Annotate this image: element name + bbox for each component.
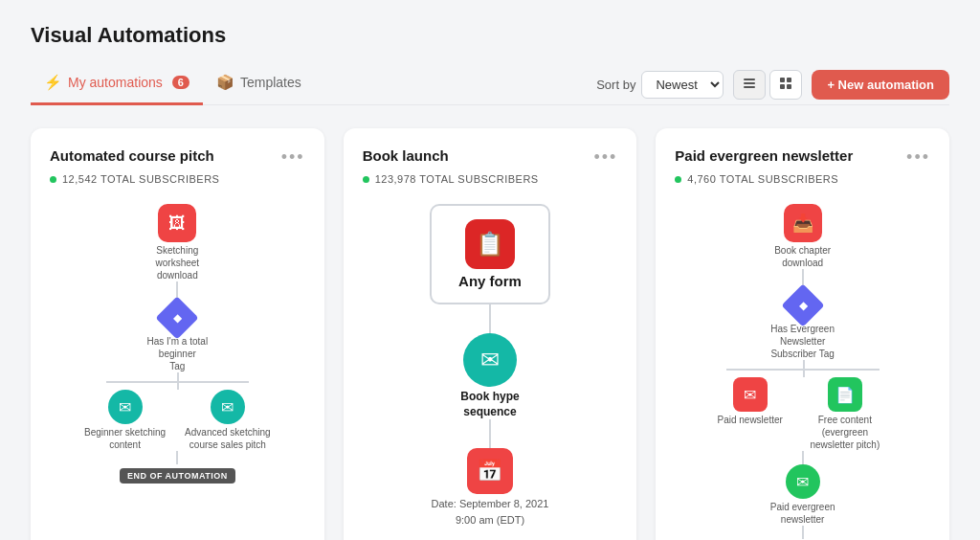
flow-diagram-1: 🖼 Sketching worksheetdownload ◆ Has I'm … — [50, 196, 305, 491]
advanced-label: Advanced sketchingcourse sales pitch — [185, 426, 271, 451]
card-header-3: Paid evergreen newsletter ••• — [675, 147, 930, 168]
diamond-inner-icon: ◆ — [173, 311, 182, 325]
free-content-icon: 📄 — [828, 377, 862, 412]
subscriber-count-2: 123,978 TOTAL SUBSCRIBERS — [375, 173, 539, 185]
view-toggle — [733, 70, 802, 100]
beginner-label: Beginner sketchingcontent — [84, 426, 166, 451]
cards-grid: Automated course pitch ••• 12,542 TOTAL … — [31, 128, 949, 540]
tag-diamond-label: Has I'm a total beginnerTag — [134, 335, 220, 372]
tab-my-automations-label: My automations — [68, 75, 163, 90]
svg-rect-1 — [744, 82, 755, 84]
book-chapter-icon: 📥 — [784, 204, 822, 242]
box-icon: 📦 — [216, 74, 234, 91]
node-paid-evergreen: ✉ Paid evergreen newsletter — [760, 464, 846, 526]
sort-label: Sort by — [596, 78, 635, 92]
form-icon: 📋 — [465, 219, 515, 269]
date-label: Date: September 8, 20219:00 am (EDT) — [432, 496, 549, 528]
card-header-1: Automated course pitch ••• — [50, 147, 305, 168]
nav-tabs: ⚡ My automations 6 📦 Templates — [31, 65, 315, 104]
list-view-icon — [742, 76, 757, 91]
svg-rect-4 — [787, 78, 791, 82]
node-tag-diamond: ◆ Has I'm a total beginnerTag — [134, 303, 220, 372]
tab-templates-label: Templates — [240, 75, 301, 90]
grid-view-icon — [778, 76, 793, 91]
page-title: Visual Automations — [31, 23, 949, 48]
card-subtitle-2: 123,978 TOTAL SUBSCRIBERS — [363, 173, 618, 185]
new-automation-button[interactable]: + New automation — [812, 70, 949, 100]
tab-my-automations[interactable]: ⚡ My automations 6 — [31, 66, 203, 105]
flow-diagram-2: 📋 Any form ✉ Book hype sequence 📅 Date: … — [363, 196, 618, 535]
card-header-2: Book launch ••• — [363, 147, 618, 168]
branch-beginner: ✉ Beginner sketchingcontent — [84, 390, 166, 451]
advanced-icon: ✉ — [211, 390, 245, 424]
connector-3b — [802, 451, 804, 464]
automations-badge: 6 — [172, 76, 189, 89]
branch-horizontal-3 — [726, 369, 880, 371]
branch-row-3: ✉ Paid newsletter 📄 Free content (evergr… — [717, 377, 887, 451]
branch-connector — [50, 372, 305, 390]
card-book-launch: Book launch ••• 123,978 TOTAL SUBSCRIBER… — [344, 128, 637, 540]
svg-rect-5 — [780, 84, 785, 89]
svg-rect-3 — [780, 78, 785, 82]
connector-2a — [489, 304, 491, 333]
tab-templates[interactable]: 📦 Templates — [203, 66, 315, 105]
branch-horizontal — [106, 381, 249, 383]
date-icon: 📅 — [467, 448, 513, 494]
card-subtitle-1: 12,542 TOTAL SUBSCRIBERS — [50, 173, 305, 185]
card-title-1: Automated course pitch — [50, 147, 214, 164]
sort-select[interactable]: Newest Oldest Name — [641, 71, 724, 99]
toolbar-right: Sort by Newest Oldest Name — [596, 70, 949, 100]
worksheet-icon: 🖼 — [158, 204, 196, 242]
svg-rect-0 — [744, 79, 755, 80]
node-date: 📅 Date: September 8, 20219:00 am (EDT) — [432, 448, 549, 528]
node-book-chapter: 📥 Book chapter download — [760, 204, 846, 269]
card-title-2: Book launch — [363, 147, 449, 164]
book-chapter-label: Book chapter download — [760, 244, 846, 269]
node-book-hype: ✉ Book hype sequence — [433, 333, 547, 419]
diamond-shape: ◆ — [156, 296, 199, 339]
paid-evergreen-icon: ✉ — [786, 464, 820, 499]
book-hype-icon: ✉ — [463, 333, 517, 387]
svg-rect-6 — [787, 84, 791, 89]
card-title-3: Paid evergreen newsletter — [675, 147, 853, 164]
branch-paid: ✉ Paid newsletter — [717, 377, 782, 426]
card-menu-2[interactable]: ••• — [593, 147, 617, 168]
top-navigation: ⚡ My automations 6 📦 Templates Sort by N… — [31, 65, 949, 105]
connector-3c — [802, 526, 804, 539]
status-dot-3 — [675, 176, 681, 183]
free-content-label: Free content (evergreennewsletter pitch) — [802, 414, 888, 451]
svg-rect-2 — [744, 86, 755, 88]
branch-connector-3 — [675, 360, 930, 377]
card-automated-course-pitch: Automated course pitch ••• 12,542 TOTAL … — [31, 128, 324, 540]
branch-advanced: ✉ Advanced sketchingcourse sales pitch — [185, 390, 271, 451]
branch-free: 📄 Free content (evergreennewsletter pitc… — [802, 377, 888, 451]
connector-1b — [176, 451, 178, 464]
subscriber-count-3: 4,760 TOTAL SUBSCRIBERS — [687, 173, 838, 185]
status-dot-1 — [50, 176, 56, 183]
branch-row-1: ✉ Beginner sketchingcontent ✉ Advanced s… — [84, 390, 271, 451]
flow-diagram-3: 📥 Book chapter download ◆ Has Evergreen … — [675, 196, 930, 540]
node-any-form: 📋 Any form — [430, 204, 550, 304]
card-menu-1[interactable]: ••• — [281, 147, 305, 168]
grid-view-button[interactable] — [769, 70, 802, 100]
evergreen-diamond-shape: ◆ — [781, 283, 824, 326]
card-menu-3[interactable]: ••• — [906, 147, 930, 168]
paid-evergreen-label: Paid evergreen newsletter — [760, 501, 846, 526]
card-paid-newsletter: Paid evergreen newsletter ••• 4,760 TOTA… — [656, 128, 949, 540]
card-subtitle-3: 4,760 TOTAL SUBSCRIBERS — [675, 173, 930, 185]
list-view-button[interactable] — [733, 70, 766, 100]
node-evergreen-diamond: ◆ Has Evergreen NewsletterSubscriber Tag — [760, 290, 846, 360]
status-dot-2 — [363, 176, 369, 183]
connector-2b — [489, 419, 491, 448]
worksheet-label: Sketching worksheetdownload — [134, 244, 220, 281]
paid-newsletter-label: Paid newsletter — [717, 414, 782, 426]
book-hype-label: Book hype sequence — [433, 390, 547, 419]
any-form-label: Any form — [458, 273, 522, 289]
evergreen-diamond-icon: ◆ — [788, 290, 818, 321]
node-worksheet: 🖼 Sketching worksheetdownload — [134, 204, 220, 281]
lightning-icon: ⚡ — [44, 74, 62, 91]
paid-newsletter-icon: ✉ — [733, 377, 768, 412]
evergreen-tag-label: Has Evergreen NewsletterSubscriber Tag — [760, 323, 846, 360]
subscriber-count-1: 12,542 TOTAL SUBSCRIBERS — [62, 173, 219, 185]
sort-control: Sort by Newest Oldest Name — [596, 71, 724, 99]
